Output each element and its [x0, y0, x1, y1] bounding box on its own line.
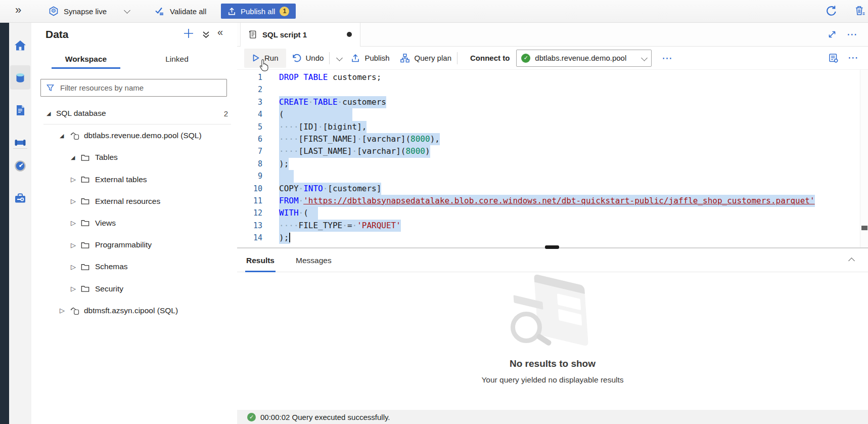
tree-item-security[interactable]: ▷Security [31, 279, 237, 299]
connected-check-icon: ✓ [521, 54, 530, 63]
code-line-content: ); [279, 158, 289, 170]
code-line-10[interactable]: 10COPY·INTO·[customers] [237, 183, 868, 195]
chevron-down-icon[interactable] [337, 55, 343, 61]
code-line-6[interactable]: 6····[FIRST_NAME]·[varchar](8000), [237, 133, 868, 145]
line-number: 4 [237, 108, 262, 120]
query-plan-icon [400, 53, 410, 63]
connect-to-label: Connect to [470, 54, 510, 62]
expand-arrow-icon[interactable]: ▷ [71, 285, 77, 292]
expand-arrow-icon[interactable]: ▷ [71, 197, 77, 205]
undo-button[interactable]: Undo [291, 53, 324, 63]
chevron-up-icon[interactable] [848, 258, 855, 264]
tree-item-dbtlabs-revenue-demo-pool-sql[interactable]: ◢dbtlabs.revenue.demo.pool (SQL) [31, 125, 237, 146]
sql-code-editor[interactable]: 1DROP TABLE customers;23CREATE·TABLE·cus… [237, 70, 868, 247]
tab-results[interactable]: Results [246, 248, 275, 272]
nav-monitor[interactable] [10, 154, 30, 178]
nav-home[interactable] [10, 33, 30, 58]
line-number: 2 [237, 83, 262, 96]
expand-arrow-icon[interactable]: ▷ [71, 241, 77, 249]
run-button[interactable]: Run [244, 49, 286, 68]
tree-item-label: Schemas [95, 262, 128, 271]
tree-item-tables[interactable]: ◢Tables [31, 147, 237, 167]
nav-data[interactable] [10, 65, 30, 90]
sql-pool-icon [69, 131, 80, 141]
code-line-7[interactable]: 7····[LAST_NAME]·[varchar](8000) [237, 145, 868, 157]
tree-item-views[interactable]: ▷Views [31, 213, 237, 233]
discard-all-icon[interactable] [853, 5, 866, 17]
editor-scrollbar[interactable] [860, 70, 868, 247]
tree-item-external-tables[interactable]: ▷External tables [31, 169, 237, 190]
validate-check-icon [154, 6, 165, 16]
expand-arrow-icon[interactable]: ▷ [71, 176, 77, 183]
run-label: Run [264, 54, 279, 62]
tree-item-dbtmsft-azsyn-cipool-sql[interactable]: ▷dbtmsft.azsyn.cipool (SQL) [31, 301, 237, 321]
develop-icon [14, 104, 27, 117]
collapse-arrow-icon[interactable]: ◢ [47, 110, 53, 117]
code-line-13[interactable]: 13····FILE_TYPE·=·'PARQUET' [237, 220, 868, 232]
tree-item-external-resources[interactable]: ▷External resources [31, 191, 237, 211]
expand-arrow-icon[interactable]: ▷ [71, 263, 77, 271]
code-line-1[interactable]: 1DROP TABLE customers; [237, 71, 868, 83]
connect-to-dropdown[interactable]: ✓ dbtlabs.revenue.demo.pool [516, 50, 652, 67]
tab-sql-script-1[interactable]: SQL script 1 [240, 22, 360, 47]
code-line-content: FROM·'https://dbtlabsynapsedatalake.blob… [279, 195, 815, 207]
splitter-drag-handle[interactable] [545, 245, 559, 249]
code-line-14[interactable]: 14); [237, 232, 868, 244]
tree-item-programmability[interactable]: ▷Programmability [31, 235, 237, 255]
synapse-studio-window: » Synapse live Validate all Publish all … [0, 0, 868, 424]
line-number: 14 [237, 232, 262, 244]
expand-arrow-icon[interactable]: ▷ [71, 219, 77, 227]
tab-more-icon[interactable]: ⋯ [847, 29, 858, 39]
status-message: 00:00:02 Query executed successfully. [260, 413, 390, 421]
code-line-11[interactable]: 11FROM·'https://dbtlabsynapsedatalake.bl… [237, 195, 868, 207]
properties-icon[interactable] [828, 53, 839, 63]
tree-item-sql-database[interactable]: ◢SQL database2 [31, 103, 237, 123]
resource-tree: ◢SQL database2◢dbtlabs.revenue.demo.pool… [31, 103, 237, 322]
tab-messages[interactable]: Messages [296, 248, 332, 272]
tree-item-label: Security [95, 284, 123, 293]
code-line-8[interactable]: 8); [237, 158, 868, 170]
nav-develop[interactable] [10, 98, 30, 122]
publish-all-button[interactable]: Publish all 1 [221, 4, 296, 19]
tree-item-label: External resources [95, 197, 160, 206]
unsaved-changes-dot [347, 32, 352, 37]
code-line-5[interactable]: 5····[ID]·[bigint], [237, 121, 868, 133]
collapse-arrow-icon[interactable]: ◢ [60, 133, 66, 139]
code-line-2[interactable]: 2 [237, 83, 868, 96]
collapse-arrow-icon[interactable]: ◢ [71, 154, 77, 161]
code-line-content: ····[FIRST_NAME]·[varchar](8000), [279, 133, 440, 145]
double-chevron-right-icon[interactable]: » [15, 3, 21, 18]
code-line-9[interactable]: 9 [237, 170, 868, 182]
code-line-12[interactable]: 12WITH·( [237, 207, 868, 219]
data-panel-tabs: WorkspaceLinked [31, 51, 237, 69]
filter-resources-box[interactable] [40, 79, 227, 97]
code-line-content: CREATE·TABLE·customers [279, 96, 386, 108]
tab-linked[interactable]: Linked [131, 51, 222, 69]
query-plan-label: Query plan [415, 54, 451, 62]
branch-selector[interactable]: Synapse live [49, 0, 129, 22]
toolbar-more-icon[interactable]: ⋯ [662, 53, 673, 63]
filter-resources-input[interactable] [59, 83, 221, 93]
tree-item-schemas[interactable]: ▷Schemas [31, 257, 237, 277]
refresh-icon[interactable] [825, 5, 838, 17]
expand-arrow-icon[interactable]: ▷ [60, 307, 66, 314]
tree-item-count: 2 [224, 109, 228, 118]
query-plan-button[interactable]: Query plan [400, 53, 451, 63]
line-number: 9 [237, 170, 262, 182]
line-number: 12 [237, 207, 262, 219]
collapse-panel-icon[interactable]: « [217, 26, 223, 38]
line-number: 11 [237, 195, 262, 207]
folder-icon [80, 175, 92, 184]
tab-workspace[interactable]: Workspace [40, 51, 131, 69]
toolbar-overflow-icon[interactable]: ⋯ [848, 52, 859, 63]
nav-manage[interactable] [10, 186, 30, 210]
tree-item-label: External tables [95, 175, 147, 184]
double-chevron-down-icon[interactable] [202, 31, 210, 39]
nav-integrate[interactable] [10, 131, 30, 155]
add-resource-icon[interactable] [183, 28, 194, 39]
validate-all-button[interactable]: Validate all [154, 0, 206, 22]
code-line-3[interactable]: 3CREATE·TABLE·customers [237, 96, 868, 108]
publish-button[interactable]: Publish [351, 54, 389, 63]
expand-editor-icon[interactable] [828, 30, 837, 39]
code-line-4[interactable]: 4( [237, 108, 868, 120]
